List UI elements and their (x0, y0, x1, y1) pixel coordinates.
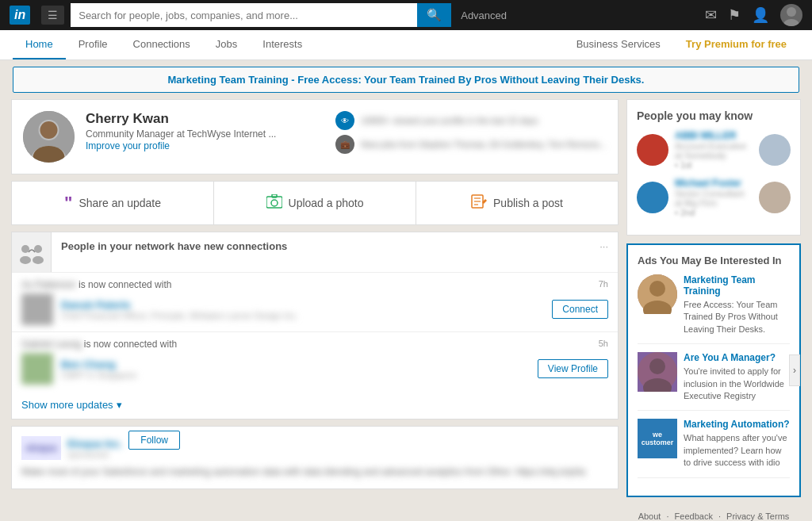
feed-item-sub-1: Chief Financial Officer, Principle, Whit… (61, 311, 298, 320)
person-avatar-2 (637, 182, 668, 213)
svg-point-0 (787, 7, 796, 17)
person-photo-right-1 (759, 134, 791, 166)
profile-avatar[interactable] (23, 111, 75, 163)
feed-item-avatar-1 (21, 293, 53, 325)
ads-card: Ads You May Be Interested In Marketing T… (626, 243, 801, 497)
advanced-link[interactable]: Advanced (461, 10, 507, 21)
publish-post-label: Publish a post (493, 197, 563, 209)
nav-jobs[interactable]: Jobs (203, 30, 250, 59)
feed-card-header-row: People in your network have new connecti… (12, 232, 618, 272)
people-you-may-know-card: People you may know ABBI MILLER Account … (626, 99, 801, 236)
ad-desc-3: What happens after you've implemented? L… (684, 432, 790, 469)
person-name-1[interactable]: ABBI MILLER (675, 130, 753, 141)
feed-item: 7h As Patterson is now connected with Da… (12, 272, 618, 331)
right-column: People you may know ABBI MILLER Account … (626, 99, 801, 521)
nav-interests[interactable]: Interests (250, 30, 315, 59)
svg-point-16 (20, 256, 31, 264)
top-icons-group: ✉ ⚑ 👤 (705, 4, 802, 26)
ad-title-1[interactable]: Marketing Team Training (684, 274, 790, 297)
feed-item-avatar-2 (21, 353, 53, 385)
share-update-tab[interactable]: " Share an update (12, 182, 214, 224)
ad-title-2[interactable]: Are You A Manager? (684, 352, 790, 363)
profile-info: Cherry Kwan Community Manager at TechWys… (86, 111, 276, 151)
feed-item-name-1[interactable]: Danub Paterle (61, 299, 298, 311)
left-column: Cherry Kwan Community Manager at TechWys… (11, 99, 619, 521)
publish-icon (471, 194, 487, 213)
feed-item-2: 5h Gabriel Leung is now connected with B… (12, 331, 618, 391)
person-connect-1: • 1st (675, 160, 753, 170)
publish-post-tab[interactable]: Publish a post (416, 182, 618, 224)
svg-point-17 (33, 256, 44, 264)
follow-button[interactable]: Follow (128, 431, 180, 450)
people-icon[interactable]: 👤 (752, 6, 769, 24)
svg-point-1 (783, 19, 799, 26)
person-title-1: Account Executive at Somebody (675, 141, 753, 160)
user-avatar[interactable] (780, 4, 802, 26)
feed-header-text: People in your network have new connecti… (52, 232, 297, 272)
connect-button-1[interactable]: Connect (552, 300, 608, 319)
feed-item-name-2[interactable]: Ben Chang (61, 358, 136, 370)
view-profile-button[interactable]: View Profile (538, 359, 608, 378)
connections-icon (12, 232, 52, 272)
feed-options[interactable]: ··· (590, 232, 618, 272)
search-button[interactable]: 🔍 (417, 3, 451, 27)
person-connect-2: • 2nd (675, 208, 753, 217)
company-name[interactable]: Eloqua Inc. (67, 438, 122, 450)
ads-next-button[interactable]: › (789, 354, 800, 386)
feed-item-actor-2: Gabriel Leung (21, 339, 81, 350)
footer: About · Feedback · Privacy & Terms in Li… (626, 505, 801, 521)
profile-stat-views: 👁 10000+ viewed your profile in the last… (335, 111, 607, 130)
feed-item-action-2: is now connected with (84, 339, 177, 350)
footer-feedback[interactable]: Feedback (675, 511, 713, 521)
search-input[interactable] (71, 3, 417, 27)
profile-card: Cherry Kwan Community Manager at TechWys… (11, 99, 619, 174)
nav-profile[interactable]: Profile (66, 30, 121, 59)
nav-premium[interactable]: Try Premium for free (673, 30, 799, 59)
person-photo-right-2 (759, 182, 791, 213)
footer-links: About · Feedback · Privacy & Terms (633, 511, 795, 521)
linkedin-logo: in (10, 6, 30, 25)
flag-icon[interactable]: ⚑ (728, 6, 741, 24)
upload-photo-tab[interactable]: Upload a photo (214, 182, 416, 224)
svg-rect-9 (272, 194, 277, 197)
ads-card-header: Ads You May Be Interested In (638, 255, 790, 266)
feed-item-action-1: is now connected with (79, 279, 171, 290)
person-name-2[interactable]: Michael Foster (675, 178, 753, 189)
people-card-header: People you may know (637, 109, 791, 122)
ad-title-3[interactable]: Marketing Automation? (684, 419, 790, 430)
ad-image-3: we customer (638, 419, 677, 458)
svg-point-8 (271, 200, 278, 206)
nav-business-services[interactable]: Business Services (564, 30, 673, 59)
ad-item-2: Are You A Manager? You're invited to app… (638, 352, 790, 411)
feed-item-time-2: 5h (599, 339, 608, 348)
promo-banner[interactable]: Marketing Team Training - Free Access: Y… (13, 67, 799, 93)
show-more-updates[interactable]: Show more updates ▾ (12, 391, 618, 419)
main-navigation: Home Profile Connections Jobs Interests … (0, 30, 812, 60)
feed-item-actor-1: As Patterson (21, 279, 76, 290)
upload-photo-label: Upload a photo (289, 197, 364, 209)
feed-item-time-1: 7h (599, 279, 608, 289)
company-logo: eloqua (21, 436, 61, 460)
company-card: eloqua Eloqua Inc. sponsored Follow Make… (11, 426, 619, 489)
profile-name: Cherry Kwan (86, 111, 276, 127)
ad-image-2 (638, 352, 677, 392)
footer-privacy[interactable]: Privacy & Terms (726, 511, 789, 521)
improve-profile-link[interactable]: Improve your profile (86, 140, 170, 151)
company-description: Make most of your Salesforce and marketi… (21, 465, 608, 479)
quote-icon: " (64, 193, 72, 213)
hamburger-button[interactable]: ☰ (41, 6, 64, 25)
company-header: eloqua Eloqua Inc. sponsored Follow (21, 436, 608, 460)
messages-icon[interactable]: ✉ (705, 6, 717, 24)
nav-home[interactable]: Home (13, 30, 66, 59)
feed-item-sub-2: CMFF in Singapore (61, 370, 136, 380)
action-tabs: " Share an update Upload a photo (11, 181, 619, 225)
company-sub: sponsored (67, 450, 122, 459)
footer-about[interactable]: About (638, 511, 661, 521)
stat-jobs-icon: 💼 (335, 135, 354, 154)
main-content: Cherry Kwan Community Manager at TechWys… (0, 99, 812, 521)
person-item-2: Michael Foster Senior Consultant at Big … (637, 178, 791, 217)
svg-point-22 (649, 358, 665, 374)
nav-connections[interactable]: Connections (121, 30, 203, 59)
person-title-2: Senior Consultant at Big Firm (675, 189, 753, 208)
person-avatar-1 (637, 134, 668, 166)
